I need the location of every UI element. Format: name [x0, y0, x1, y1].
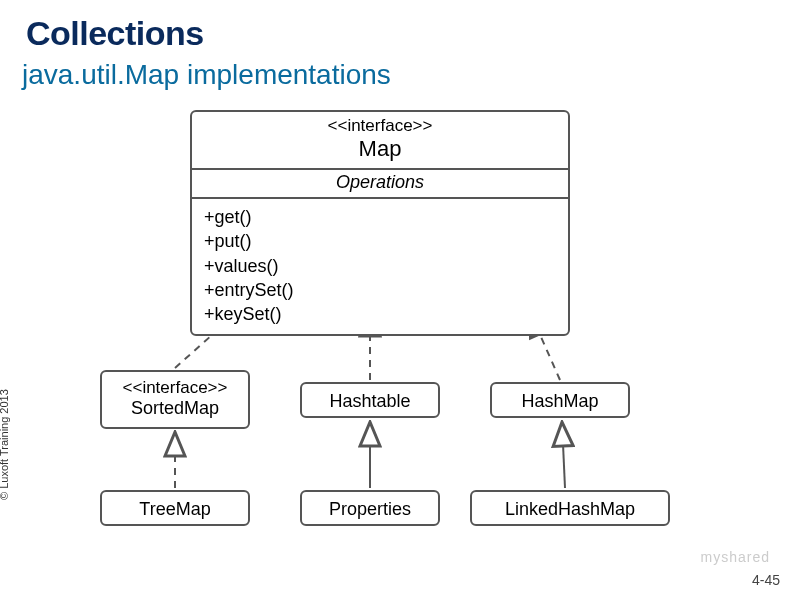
operation: +entrySet()	[204, 278, 556, 302]
class-properties: Properties	[300, 490, 440, 526]
operation: +get()	[204, 205, 556, 229]
class-name: Map	[192, 136, 568, 162]
class-name: SortedMap	[112, 398, 238, 419]
copyright-text: © Luxoft Training 2013	[0, 389, 10, 500]
class-hashtable: Hashtable	[300, 382, 440, 418]
svg-line-5	[562, 422, 565, 488]
operation: +put()	[204, 229, 556, 253]
operations-list: +get() +put() +values() +entrySet() +key…	[192, 199, 568, 334]
class-hashmap: HashMap	[490, 382, 630, 418]
class-sortedmap: <<interface>> SortedMap	[100, 370, 250, 429]
class-linkedhashmap: LinkedHashMap	[470, 490, 670, 526]
class-treemap: TreeMap	[100, 490, 250, 526]
operation: +keySet()	[204, 302, 556, 326]
uml-diagram: Hashtable --> HashMap --> <<interface>> …	[90, 110, 730, 540]
slide-subtitle: java.util.Map implementations	[0, 57, 800, 101]
watermark: myshared	[701, 549, 770, 565]
stereotype-label: <<interface>>	[112, 378, 238, 398]
stereotype-label: <<interface>>	[192, 116, 568, 136]
slide-title: Collections	[0, 0, 800, 57]
operation: +values()	[204, 254, 556, 278]
operations-header: Operations	[192, 170, 568, 199]
page-number: 4-45	[752, 572, 780, 588]
class-map: <<interface>> Map Operations +get() +put…	[190, 110, 570, 336]
